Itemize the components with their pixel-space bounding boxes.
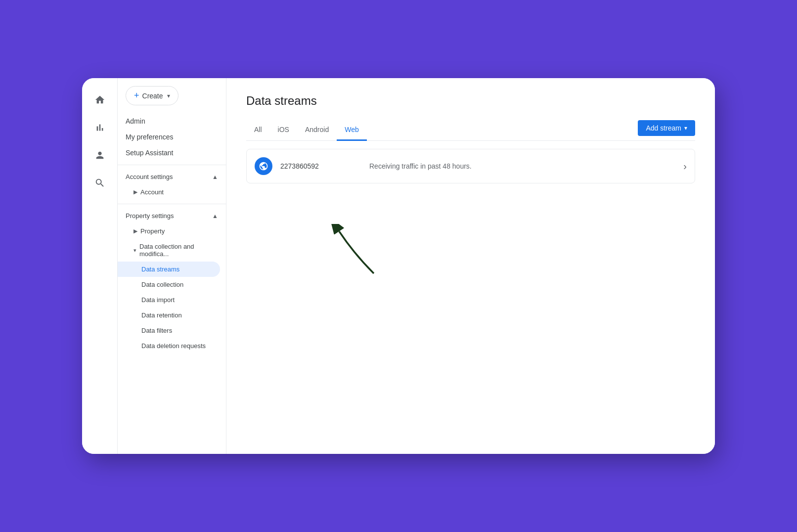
property-settings-label: Property settings: [126, 212, 174, 220]
plus-icon: +: [134, 90, 139, 101]
account-label: Account: [140, 188, 164, 196]
tab-android[interactable]: Android: [297, 120, 337, 141]
icon-sidebar: [82, 78, 118, 454]
property-sub-item[interactable]: ▶ Property: [118, 223, 220, 239]
create-button[interactable]: + Create ▾: [126, 86, 178, 105]
account-expand-icon: ▶: [133, 189, 137, 195]
section-divider-1: [118, 165, 226, 165]
tab-actions: Add stream ▾: [638, 120, 695, 140]
nav-sidebar: + Create ▾ Admin My preferences Setup As…: [118, 78, 226, 454]
setup-assistant-nav-item[interactable]: Setup Assistant: [118, 145, 220, 161]
data-filters-label: Data filters: [141, 327, 172, 334]
stream-row[interactable]: 2273860592 Receiving traffic in past 48 …: [246, 149, 695, 183]
data-filters-deep-item[interactable]: Data filters: [118, 323, 220, 338]
my-preferences-label: My preferences: [126, 133, 173, 141]
data-collection-deep-item[interactable]: Data collection: [118, 277, 220, 292]
stream-list: 2273860592 Receiving traffic in past 48 …: [246, 149, 695, 183]
tab-web[interactable]: Web: [337, 120, 367, 141]
add-stream-chevron-icon: ▾: [684, 125, 687, 132]
data-collection-label: Data collection and modifica...: [139, 243, 212, 258]
data-collection-deep-label: Data collection: [141, 281, 183, 288]
app-window: + Create ▾ Admin My preferences Setup As…: [82, 78, 715, 454]
tab-all[interactable]: All: [246, 120, 270, 141]
data-import-deep-item[interactable]: Data import: [118, 292, 220, 308]
data-deletion-deep-item[interactable]: Data deletion requests: [118, 338, 220, 354]
account-settings-section[interactable]: Account settings ▲: [118, 169, 226, 184]
data-collection-sub-item[interactable]: ▾ Data collection and modifica...: [118, 239, 220, 262]
main-content: Data streams All iOS Android Web Add: [226, 78, 715, 454]
stream-status: Receiving traffic in past 48 hours.: [369, 162, 683, 170]
search-insights-nav-icon[interactable]: [88, 171, 112, 195]
add-stream-button[interactable]: Add stream ▾: [638, 120, 695, 136]
stream-web-icon: [255, 157, 272, 175]
account-settings-label: Account settings: [126, 173, 173, 180]
add-stream-label: Add stream: [646, 124, 681, 132]
admin-nav-item[interactable]: Admin: [118, 113, 220, 129]
data-import-label: Data import: [141, 296, 175, 304]
arrow-annotation: [324, 224, 389, 278]
page-title: Data streams: [246, 94, 695, 108]
data-deletion-label: Data deletion requests: [141, 342, 206, 350]
create-chevron-icon: ▾: [167, 92, 170, 99]
property-label: Property: [140, 227, 165, 235]
stream-chevron-icon: ›: [683, 161, 687, 172]
setup-assistant-label: Setup Assistant: [126, 149, 174, 157]
audiences-nav-icon[interactable]: [88, 143, 112, 167]
reports-nav-icon[interactable]: [88, 116, 112, 139]
data-streams-label: Data streams: [141, 266, 179, 273]
section-divider-2: [118, 204, 226, 204]
my-preferences-nav-item[interactable]: My preferences: [118, 129, 220, 145]
admin-label: Admin: [126, 117, 145, 125]
home-nav-icon[interactable]: [88, 88, 112, 112]
data-streams-deep-item[interactable]: Data streams: [118, 262, 220, 277]
tab-ios[interactable]: iOS: [270, 120, 297, 141]
data-retention-label: Data retention: [141, 311, 182, 319]
data-retention-deep-item[interactable]: Data retention: [118, 308, 220, 323]
property-settings-chevron-icon: ▲: [212, 213, 218, 220]
account-sub-item[interactable]: ▶ Account: [118, 184, 220, 200]
property-settings-section[interactable]: Property settings ▲: [118, 208, 226, 223]
create-label: Create: [142, 92, 163, 100]
tabs: All iOS Android Web: [246, 120, 638, 140]
data-collection-expand-icon: ▾: [133, 247, 136, 254]
account-settings-chevron-icon: ▲: [212, 174, 218, 180]
stream-id: 2273860592: [280, 162, 350, 170]
property-expand-icon: ▶: [133, 228, 137, 234]
